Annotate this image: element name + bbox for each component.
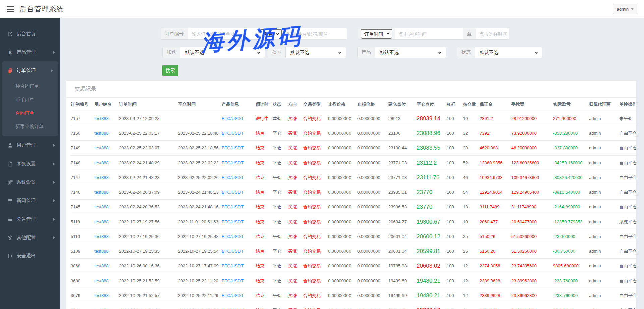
cell-open-time: 2023-02-24 20:36:53 bbox=[118, 200, 177, 214]
sidebar-item-0[interactable]: 后台首页 bbox=[0, 24, 60, 43]
cell-close-price: 23770 bbox=[416, 185, 446, 200]
user-dropdown[interactable]: admin bbox=[613, 4, 637, 14]
cell-control-operation: 未平仓 bbox=[619, 111, 637, 126]
sidebar-item-9[interactable]: 安全退出 bbox=[0, 247, 60, 265]
cell-order-id: 7150 bbox=[70, 126, 94, 141]
cell-stop-loss-price: 0.00000000 bbox=[357, 214, 388, 229]
cell-product[interactable]: BTC/USDT bbox=[221, 185, 255, 200]
cell-username[interactable]: test888 bbox=[94, 170, 118, 185]
product-select[interactable]: 默认不选 bbox=[375, 47, 446, 58]
cell-username[interactable]: test888 bbox=[94, 288, 118, 303]
sidebar-item-3[interactable]: 用户管理 bbox=[0, 136, 60, 154]
table-row: 5110test8882022-10-27 19:25:362022-10-27… bbox=[70, 229, 637, 244]
sidebar-subitem-2-1[interactable]: 币币订单 bbox=[2, 93, 58, 107]
time-to-input[interactable] bbox=[476, 28, 509, 39]
cell-direction: 买涨 bbox=[287, 185, 303, 200]
cell-username[interactable]: test888 bbox=[94, 141, 118, 156]
cell-username[interactable]: test888 bbox=[94, 185, 118, 200]
sidebar-item-5[interactable]: 系统设置 bbox=[0, 173, 60, 191]
cell-agent: admin bbox=[588, 288, 619, 303]
cell-username[interactable]: test888 bbox=[94, 229, 118, 244]
status-select[interactable]: 默认不选 bbox=[475, 47, 542, 58]
pnl-select[interactable]: 默认不选 bbox=[286, 47, 346, 58]
cell-username[interactable]: test888 bbox=[94, 156, 118, 170]
cell-direction: 买涨 bbox=[287, 126, 303, 141]
cell-agent: admin bbox=[588, 126, 619, 141]
cell-product[interactable]: BTC/USDT bbox=[221, 303, 255, 309]
sidebar-subitem-2-0[interactable]: 秒合约订单 bbox=[2, 80, 58, 93]
app-title: 后台管理系统 bbox=[19, 4, 64, 14]
cell-stop-loss-price: 0.00000000 bbox=[357, 156, 388, 170]
cell-control-operation: 自由平仓 bbox=[619, 141, 637, 156]
updown-select[interactable]: 默认不选 bbox=[180, 47, 265, 58]
column-header: 订单时间 bbox=[118, 98, 177, 111]
cell-status: 平仓 bbox=[272, 200, 287, 214]
sidebar-item-2[interactable]: 订单管理 bbox=[2, 61, 58, 80]
search-button[interactable]: 搜索 bbox=[162, 65, 178, 76]
cell-status: 平仓 bbox=[272, 288, 287, 303]
column-header: 产品信息 bbox=[221, 98, 255, 111]
table-row: 3679test8882022-10-25 21:52:572022-10-25… bbox=[70, 288, 637, 303]
cell-open-time: 2023-02-24 20:37:09 bbox=[118, 185, 177, 200]
sidebar-subitem-2-3[interactable]: 新币申购订单 bbox=[2, 120, 58, 133]
order-no-input[interactable] bbox=[188, 28, 268, 39]
cell-product[interactable]: BTC/USDT bbox=[221, 141, 255, 156]
cell-username[interactable]: test888 bbox=[94, 259, 118, 273]
announcement-icon bbox=[7, 217, 13, 222]
time-from-input[interactable] bbox=[395, 28, 463, 39]
sidebar-subitem-2-2[interactable]: 合约订单 bbox=[2, 107, 58, 120]
cell-countdown: 结束 bbox=[255, 170, 272, 185]
cell-trade-type: 合约交易 bbox=[303, 288, 327, 303]
cell-product[interactable]: BTC/USDT bbox=[221, 111, 255, 126]
cell-trade-type: 合约交易 bbox=[303, 200, 327, 214]
cell-product[interactable]: BTC/USDT bbox=[221, 214, 255, 229]
cell-take-profit-price: 0.00000000 bbox=[327, 185, 357, 200]
cell-direction: 买涨 bbox=[287, 273, 303, 288]
cell-trade-type: 合约交易 bbox=[303, 303, 327, 309]
cell-username[interactable]: test888 bbox=[94, 273, 118, 288]
customer-type-select[interactable]: 客户 bbox=[260, 30, 281, 38]
sidebar-item-4[interactable]: 参数设置 bbox=[0, 154, 60, 173]
time-type-select[interactable]: 订单时间 bbox=[361, 30, 392, 38]
cell-product[interactable]: BTC/USDT bbox=[221, 288, 255, 303]
cell-open-time: 2023-02-25 22:03:17 bbox=[118, 126, 177, 141]
cell-open-price: 19499.69 bbox=[388, 273, 416, 288]
column-header: 倒计时 bbox=[255, 98, 272, 111]
cell-trade-type: 合约交易 bbox=[303, 141, 327, 156]
cell-username[interactable]: test888 bbox=[94, 303, 118, 309]
cell-order-id: 3471 bbox=[70, 303, 94, 309]
cell-product[interactable]: BTC/USDT bbox=[221, 244, 255, 259]
cell-take-profit-price: 0.00000000 bbox=[327, 259, 357, 273]
cell-username[interactable]: test888 bbox=[94, 244, 118, 259]
cell-username[interactable]: test888 bbox=[94, 111, 118, 126]
table-row: 7147test8882023-02-24 21:48:232023-02-25… bbox=[70, 170, 637, 185]
cell-product[interactable]: BTC/USDT bbox=[221, 200, 255, 214]
cell-take-profit-price: 0.00000000 bbox=[327, 273, 357, 288]
sidebar-item-1[interactable]: B产品管理 bbox=[0, 43, 60, 61]
pnl-filter-group: 盈亏 默认不选 bbox=[268, 47, 346, 58]
cell-margin: 2060.477 bbox=[479, 214, 511, 229]
cell-take-profit-price: 0.00000000 bbox=[327, 141, 357, 156]
sidebar-item-7[interactable]: 公告管理 bbox=[0, 210, 60, 228]
updown-select-wrap: 默认不选 bbox=[180, 47, 265, 58]
customer-input[interactable] bbox=[283, 28, 343, 39]
cell-product[interactable]: BTC/USDT bbox=[221, 273, 255, 288]
cell-username[interactable]: test888 bbox=[94, 214, 118, 229]
user-dropdown-label: admin bbox=[617, 7, 629, 12]
cell-product[interactable]: BTC/USDT bbox=[221, 156, 255, 170]
cell-fee: 129.24905400 bbox=[511, 185, 552, 200]
cell-close-price: 19480.21 bbox=[416, 288, 446, 303]
cell-product[interactable]: BTC/USDT bbox=[221, 170, 255, 185]
sidebar-item-6[interactable]: 新闻管理 bbox=[0, 191, 60, 210]
cell-control-operation: 自由平仓 bbox=[619, 288, 637, 303]
cell-close-time bbox=[177, 111, 221, 126]
cell-product[interactable]: BTC/USDT bbox=[221, 259, 255, 273]
cell-username[interactable]: test888 bbox=[94, 200, 118, 214]
cell-product[interactable]: BTC/USDT bbox=[221, 126, 255, 141]
sidebar-item-8[interactable]: 其他配置 bbox=[0, 228, 60, 247]
cell-stop-loss-price: 0.00000000 bbox=[357, 229, 388, 244]
cell-username[interactable]: test888 bbox=[94, 126, 118, 141]
cell-product[interactable]: BTC/USDT bbox=[221, 229, 255, 244]
chevron-right-icon bbox=[51, 69, 53, 72]
hamburger-menu-icon[interactable] bbox=[7, 5, 15, 13]
